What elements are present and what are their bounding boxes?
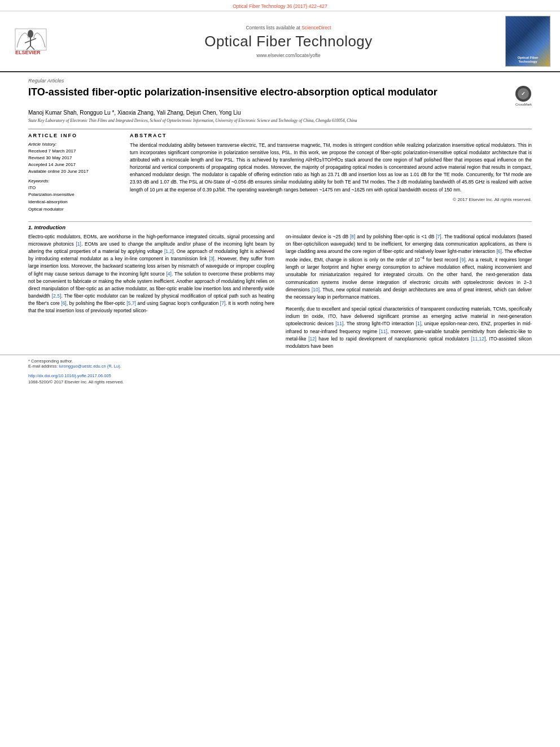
email-line: E-mail address: lurongguo@uestc.edu.cn (… xyxy=(28,364,532,369)
article-info-column: ARTICLE INFO Article history: Received 7… xyxy=(28,133,119,213)
ref-1-2[interactable]: [1,2] xyxy=(164,248,174,254)
body-columns: Electro-optic modulators, EOMs, are work… xyxy=(28,233,532,355)
ref-10[interactable]: [10] xyxy=(312,287,320,292)
authors-line: Manoj Kumar Shah, Rongguo Lu *, Xiaoxia … xyxy=(28,110,532,116)
citation-text: Optical Fiber Technology 36 (2017) 422–4… xyxy=(233,3,327,9)
doi-section: http://dx.doi.org/10.1016/j.yofte.2017.0… xyxy=(0,371,560,379)
received-date: Received 7 March 2017 xyxy=(28,148,119,155)
journal-url: www.elsevier.com/locate/yofte xyxy=(256,53,320,58)
journal-citation: Optical Fiber Technology 36 (2017) 422–4… xyxy=(0,0,560,11)
crossmark-badge: ✓ CrossMark xyxy=(515,86,532,106)
intro-para-3: Recently, due to excellent and special o… xyxy=(286,305,532,350)
keyword-4: Optical modulator xyxy=(28,206,119,213)
history-label: Article history: xyxy=(28,142,119,147)
crossmark-circle: ✓ xyxy=(515,86,531,102)
body-col-2: on-insulator device is ~25 dB [8] and by… xyxy=(286,233,532,355)
article-section-label: Regular Articles xyxy=(28,78,532,84)
abstract-column: ABSTRACT The identical modulating abilit… xyxy=(130,133,532,213)
ref-3[interactable]: [3] xyxy=(209,256,214,261)
journal-cover-image: Optical FiberTechnology xyxy=(505,16,550,67)
crossmark-label: CrossMark xyxy=(515,103,532,106)
article-info-header: ARTICLE INFO xyxy=(28,133,119,138)
email-label: E-mail address: xyxy=(28,364,59,369)
journal-title-area: Contents lists available at ScienceDirec… xyxy=(80,16,497,67)
article-history-section: Article history: Received 7 March 2017 R… xyxy=(28,142,119,175)
intro-para-1: Electro-optic modulators, EOMs, are work… xyxy=(28,233,274,315)
revised-date: Revised 30 May 2017 xyxy=(28,155,119,161)
abstract-text: The identical modulating ability between… xyxy=(130,142,532,194)
ref-9[interactable]: [9] xyxy=(460,257,465,263)
ref-5-7[interactable]: [5,7] xyxy=(126,300,136,306)
svg-point-1 xyxy=(28,30,33,38)
contents-available-text: Contents lists available at xyxy=(246,25,301,30)
svg-line-3 xyxy=(25,41,30,43)
body-col-1: Electro-optic modulators, EOMs, are work… xyxy=(28,233,274,355)
ref-6b[interactable]: [6] xyxy=(496,248,501,254)
svg-line-6 xyxy=(30,46,34,50)
intro-heading: 1. Introduction xyxy=(28,224,532,230)
cover-image-area: Optical FiberTechnology xyxy=(502,16,553,67)
svg-line-4 xyxy=(30,38,36,41)
keywords-label: Keywords: xyxy=(28,178,119,184)
email-address[interactable]: lurongguo@uestc.edu.cn (R. Lu). xyxy=(59,364,121,369)
divider xyxy=(28,129,532,129)
ref-8[interactable]: [8] xyxy=(350,234,355,239)
publisher-logo-area: ELSEVIER xyxy=(7,16,75,67)
ref-11[interactable]: [11] xyxy=(335,321,343,326)
ref-7[interactable]: [7] xyxy=(220,300,225,306)
journal-main-title: Optical Fiber Technology xyxy=(204,33,373,50)
affiliation-text: State Key Laboratory of Electronic Thin … xyxy=(28,118,532,124)
sciencedirect-line: Contents lists available at ScienceDirec… xyxy=(246,25,331,30)
keyword-1: ITO xyxy=(28,185,119,192)
abstract-header: ABSTRACT xyxy=(130,133,532,138)
footnote-section: * Corresponding author. E-mail address: … xyxy=(0,355,560,371)
ref-11b[interactable]: [11] xyxy=(379,329,387,334)
ref-11-12[interactable]: [11,12] xyxy=(471,336,485,342)
keywords-section: Keywords: ITO Polarization-insensitive I… xyxy=(28,178,119,213)
crossmark-inner: ✓ xyxy=(518,88,529,99)
sciencedirect-link[interactable]: ScienceDirect xyxy=(301,25,331,30)
section-divider xyxy=(28,221,532,222)
author-names: Manoj Kumar Shah, Rongguo Lu *, Xiaoxia … xyxy=(28,110,241,116)
ref-1c[interactable]: [1] xyxy=(416,321,421,326)
ref-7b[interactable]: [7] xyxy=(436,234,441,239)
cover-title-text: Optical FiberTechnology xyxy=(518,56,539,64)
ref-6[interactable]: [6] xyxy=(61,300,66,306)
available-date: Available online 20 June 2017 xyxy=(28,168,119,175)
copyright-line: © 2017 Elsevier Inc. All rights reserved… xyxy=(130,197,532,202)
ref-1[interactable]: [1] xyxy=(76,241,81,247)
journal-header: ELSEVIER Contents lists available at Sci… xyxy=(0,11,560,72)
svg-line-5 xyxy=(27,46,30,50)
doi-link[interactable]: http://dx.doi.org/10.1016/j.yofte.2017.0… xyxy=(28,373,111,378)
info-abstract-columns: ARTICLE INFO Article history: Received 7… xyxy=(28,133,532,213)
elsevier-logo: ELSEVIER xyxy=(12,26,69,57)
corresponding-author-note: * Corresponding author. xyxy=(28,359,532,364)
intro-para-2: on-insulator device is ~25 dB [8] and by… xyxy=(286,233,532,301)
ref-2-5[interactable]: [2,5] xyxy=(52,293,62,299)
svg-text:ELSEVIER: ELSEVIER xyxy=(15,50,41,55)
accepted-date: Accepted 14 June 2017 xyxy=(28,161,119,168)
content-area: Regular Articles ITO-assisted fiber-opti… xyxy=(0,72,560,219)
keyword-2: Polarization-insensitive xyxy=(28,191,119,199)
page: Optical Fiber Technology 36 (2017) 422–4… xyxy=(0,0,560,747)
article-title: ITO-assisted fiber-optic polarization-in… xyxy=(28,86,510,99)
ref-12[interactable]: [12] xyxy=(308,336,316,342)
ref-4[interactable]: [4] xyxy=(167,271,172,277)
body-section: 1. Introduction Electro-optic modulators… xyxy=(0,224,560,355)
keyword-3: Identical-absorption xyxy=(28,199,119,206)
issn-line: 1068-5200/© 2017 Elsevier Inc. All right… xyxy=(0,379,560,389)
